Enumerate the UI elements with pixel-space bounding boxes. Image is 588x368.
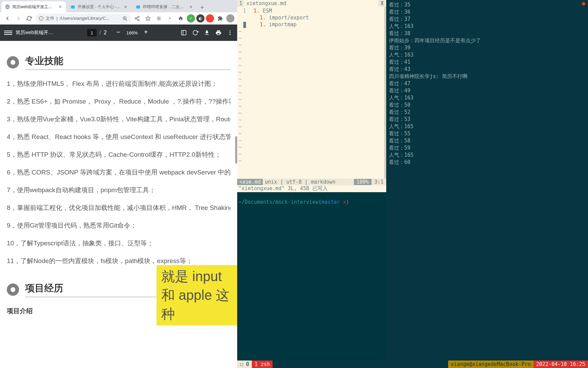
reload-button[interactable] [24, 14, 34, 23]
skill-line: 8，掌握前端工程化，优化项目加载性能，减小项目体积，HMR， Tree Shak… [7, 203, 230, 212]
subtitle-caption: 就是 input 和 apple 这种 [157, 265, 237, 325]
extensions-button[interactable] [215, 14, 225, 23]
pdf-toolbar: 简历web前端开发工程... / 2 − 166% + [0, 25, 237, 41]
zoom-out-button[interactable]: − [114, 29, 122, 37]
back-button[interactable] [3, 14, 12, 23]
fit-page-icon[interactable] [181, 30, 187, 36]
vim-empty-line: ~ [237, 82, 386, 89]
close-icon[interactable]: × [189, 4, 193, 9]
tmux-spacer [273, 361, 448, 368]
chat-message: 伊雨始步：四年项目经历是不是有点少了 [389, 37, 586, 44]
extension-icon[interactable] [206, 14, 214, 22]
forward-button[interactable] [14, 14, 23, 23]
download-icon[interactable] [204, 30, 210, 36]
vim-status-percent: 100% [354, 179, 372, 185]
skill-line: 2，熟悉 ES6+，如 Promise， Proxy， Reduce，Modul… [7, 97, 230, 106]
prompt-branch: master [322, 199, 340, 205]
svg-marker-19 [146, 16, 150, 20]
tmux-status-bar: ☐ 0 1 zsh xiange@xiangedeMacBook-Pro 202… [237, 361, 588, 368]
skill-line: 4，熟悉 React、React hooks 等，使用 useContext 和… [7, 133, 230, 141]
info-icon [39, 16, 44, 21]
notification-dot-icon [582, 2, 585, 5]
chat-pane[interactable]: 看过：35看过：36看过：37人气：163看过：38伊雨始步：四年项目经历是不是… [386, 0, 588, 368]
zoom-in-button[interactable]: + [142, 29, 150, 37]
extension-icon[interactable] [154, 14, 164, 23]
bilibili-icon [135, 4, 141, 10]
extension-icon[interactable] [165, 14, 175, 23]
extension-icon[interactable] [176, 14, 185, 23]
chat-message: 看过：36 [389, 9, 586, 16]
chat-message: 看过：37 [389, 16, 586, 23]
close-icon[interactable]: × [58, 4, 63, 9]
terminal-window: 1 xietongxue.md X 1 1. ESM 1. import/exp… [237, 0, 588, 368]
chat-message: 看过：49 [389, 87, 586, 94]
pdf-page-sep: / [99, 30, 101, 36]
browser-tab[interactable]: 哔哩哔哩直播，二次元弹幕... × [132, 1, 197, 12]
chat-message: 看过：39 [389, 44, 586, 51]
vim-pane: 1 xietongxue.md X 1 1. ESM 1. import/exp… [237, 0, 386, 368]
svg-rect-2 [72, 6, 72, 7]
chat-message: 看过：47 [389, 80, 586, 87]
chat-message: 看过：50 [389, 102, 586, 109]
prompt-path: ~/Documents/mock-interview [239, 199, 318, 205]
vim-empty-line: ~ [237, 123, 386, 130]
extension-icon[interactable]: ✓ [187, 14, 195, 22]
url-bar[interactable]: 文件 | /Users/xiange/Library/C... [35, 14, 131, 23]
vim-empty-line: ~ [237, 96, 386, 103]
chat-message: 看过：38 [389, 30, 586, 37]
rotate-icon[interactable] [192, 30, 198, 36]
new-tab-button[interactable]: + [197, 3, 207, 12]
tab-title: 开播设置 - 个人中心 - bilib... [78, 4, 121, 10]
chat-message: 看过：52 [389, 109, 586, 116]
vim-empty-line: ~ [237, 62, 386, 69]
vim-tab-number[interactable]: 1 [237, 0, 244, 7]
extension-icon[interactable]: ◐ [196, 14, 205, 22]
terminal-area[interactable]: ~/Documents/mock-interview(master x) [237, 192, 386, 368]
svg-point-14 [138, 16, 139, 17]
more-icon[interactable] [227, 30, 233, 36]
vim-editor[interactable]: 1 1. ESM 1. import/export 1. importmap ~… [237, 7, 386, 179]
browser-tab-active[interactable]: 简历web前端开发工程师 .p... × [1, 1, 66, 12]
svg-point-15 [135, 18, 136, 19]
pdf-zoom-value: 166% [127, 30, 138, 35]
browser-tab[interactable]: 开播设置 - 个人中心 - bilib... × [67, 1, 131, 12]
tab-title: 哔哩哔哩直播，二次元弹幕... [143, 4, 186, 10]
print-icon[interactable] [215, 30, 222, 36]
chat-message: 人气：163 [389, 51, 586, 59]
vim-line: 1 1. ESM [237, 7, 386, 14]
pdf-page-indicator: / 2 [87, 29, 107, 36]
share-button[interactable] [132, 14, 142, 23]
skill-line: 9，使用Git管理项目代码，熟悉常用Git命令； [7, 221, 230, 230]
tmux-datetime: 2022-04-10 16:25 [534, 361, 588, 368]
vim-line: 1. importmap [237, 21, 386, 28]
chat-message: 人气：165 [389, 152, 586, 159]
url-prefix: 文件 [46, 15, 54, 21]
skill-line: 5，熟悉 HTTP 协议、常见状态码，Cache-Control缓存，HTTP2… [7, 150, 230, 159]
tmux-window[interactable]: 1 zsh [252, 361, 273, 368]
chat-message: 看过：58 [389, 137, 586, 144]
svg-rect-20 [157, 16, 161, 20]
svg-rect-6 [139, 6, 139, 7]
vim-empty-line: ~ [237, 130, 386, 137]
pdf-page-input[interactable] [87, 29, 97, 36]
vim-tabline: 1 xietongxue.md X [237, 0, 386, 7]
bookmark-button[interactable] [143, 14, 153, 23]
vim-status-line: <xue.md unix | utf-8 | markdown 100% 3:1 [237, 179, 386, 185]
vim-tab-name[interactable]: xietongxue.md [244, 0, 378, 7]
vim-empty-line: ~ [237, 35, 386, 42]
bullet-icon [7, 283, 19, 296]
svg-line-17 [136, 19, 138, 20]
vim-status-meta: unix | utf-8 | markdown [263, 179, 338, 185]
profile-button[interactable] [226, 14, 234, 22]
tmux-session[interactable]: ☐ 0 [237, 361, 252, 368]
vim-line: 1. import/export [237, 14, 386, 21]
vim-tab-close[interactable]: X [378, 0, 386, 7]
vim-empty-line: ~ [237, 103, 386, 110]
skill-line: 10，了解Typescript语法，抽象类，接口、泛型等； [7, 239, 230, 248]
svg-rect-3 [74, 6, 74, 7]
zoom-icon[interactable] [122, 16, 128, 21]
vim-empty-line: ~ [237, 137, 386, 144]
pdf-page-total: 2 [104, 30, 107, 36]
close-icon[interactable]: × [123, 4, 128, 9]
menu-icon[interactable] [4, 31, 12, 35]
